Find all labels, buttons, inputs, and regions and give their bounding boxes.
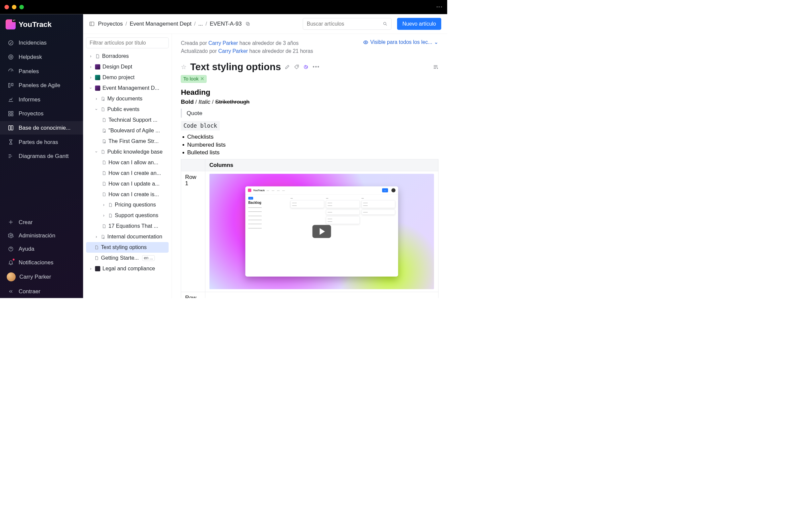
crumb-projects[interactable]: Proyectos: [98, 21, 123, 27]
nav-gantt[interactable]: Diagramas de Gantt: [0, 149, 83, 163]
nav-timesheets[interactable]: Partes de horas: [0, 135, 83, 149]
svg-rect-5: [8, 111, 10, 113]
article-tree: ›Borradores ›Design Dept ›Demo project ›…: [83, 34, 172, 298]
check-circle-icon: [7, 40, 14, 46]
play-icon[interactable]: [312, 225, 331, 238]
document-icon: [108, 213, 112, 217]
more-icon[interactable]: •••: [312, 64, 320, 70]
svg-rect-12: [247, 23, 249, 25]
tag-chip[interactable]: To look✕: [181, 75, 207, 83]
document-icon: [108, 203, 112, 207]
document-icon: [102, 182, 106, 186]
collapse-icon: [7, 288, 14, 294]
minimize-window-button[interactable]: [12, 5, 16, 9]
tree-event[interactable]: ›Event Management D...: [86, 83, 169, 93]
tree-item[interactable]: Technical Support ...: [86, 115, 169, 125]
tree-public-events[interactable]: ›Public events: [86, 104, 169, 115]
svg-point-0: [8, 41, 13, 45]
chevron-down-icon: ›: [89, 86, 93, 90]
nav-label: Contraer: [19, 288, 40, 294]
brand-name: YouTrack: [19, 20, 52, 28]
style-examples: Bold / Italic / Strikethrough: [181, 99, 438, 106]
tree-drafts[interactable]: ›Borradores: [86, 51, 169, 61]
nav-helpdesk[interactable]: Helpdesk: [0, 50, 83, 63]
nav-issues[interactable]: Incidencias: [0, 36, 83, 50]
filter-input[interactable]: [86, 38, 169, 49]
document-icon: [95, 54, 100, 59]
svg-point-15: [103, 99, 104, 100]
maximize-window-button[interactable]: [19, 5, 24, 9]
edit-icon[interactable]: [285, 64, 290, 70]
chevron-right-icon: ›: [94, 234, 98, 240]
nav-label: Partes de horas: [19, 139, 58, 145]
gauge-icon: [7, 68, 14, 75]
svg-point-14: [384, 22, 386, 25]
nav-label: Paneles de Agile: [19, 82, 60, 89]
close-icon[interactable]: ✕: [200, 76, 204, 82]
tree-item[interactable]: The First Game Str...: [86, 136, 169, 147]
nav-collapse[interactable]: Contraer: [0, 285, 83, 298]
nav-knowledge-base[interactable]: Base de conocimie...: [0, 121, 83, 134]
copy-icon[interactable]: [245, 21, 250, 26]
spiral-icon[interactable]: [303, 64, 308, 70]
nav-agile[interactable]: Paneles de Agile: [0, 78, 83, 92]
tree-item[interactable]: How can I allow an...: [86, 157, 169, 168]
lock-document-icon: [101, 234, 105, 239]
tag-icon[interactable]: [294, 64, 299, 70]
nav-projects[interactable]: Proyectos: [0, 107, 83, 120]
nav-help[interactable]: Ayuda: [0, 242, 83, 256]
document-icon: [102, 118, 106, 122]
tree-demo[interactable]: ›Demo project: [86, 72, 169, 83]
tree-item[interactable]: 17 Equations That ...: [86, 221, 169, 231]
list-item: Bulleted lists: [187, 149, 438, 156]
embed-cell: YouTrack ———— — —: [205, 171, 438, 292]
tree-internal[interactable]: ›Internal documentation: [86, 231, 169, 242]
tree-mydocs[interactable]: ›My documents: [86, 93, 169, 104]
document-icon: [94, 245, 99, 249]
tree-item[interactable]: ›Pricing questions: [86, 200, 169, 210]
crumb-ellipsis[interactable]: ...: [198, 21, 203, 27]
author-link[interactable]: Carry Parker: [208, 41, 238, 46]
crumb-dept[interactable]: Event Management Dept: [130, 21, 191, 27]
tree-item[interactable]: ›Support questions: [86, 210, 169, 221]
tree-legal[interactable]: ›Legal and compliance: [86, 263, 169, 274]
search-input[interactable]: [303, 18, 392, 30]
tree-pkb[interactable]: ›Public knowledge base: [86, 146, 169, 157]
tree-item[interactable]: How can I update a...: [86, 178, 169, 189]
new-article-button[interactable]: Nuevo artículo: [397, 18, 441, 30]
tree-item[interactable]: How can I create is...: [86, 189, 169, 200]
nav-notifications[interactable]: Notificaciones: [0, 256, 83, 269]
star-icon[interactable]: ☆: [181, 63, 187, 71]
tree-design[interactable]: ›Design Dept: [86, 61, 169, 72]
tree-text-styling[interactable]: Text styling options: [86, 242, 169, 253]
tree-getting-started[interactable]: Getting Starte...en ...: [86, 253, 169, 263]
close-window-button[interactable]: [4, 5, 8, 9]
kebab-menu-icon[interactable]: ⋮: [436, 4, 443, 10]
nav-reports[interactable]: Informes: [0, 93, 83, 106]
nav-create[interactable]: Crear: [0, 215, 83, 229]
nav-dashboards[interactable]: Paneles: [0, 64, 83, 78]
brand[interactable]: YouTrack: [0, 19, 83, 36]
nav-admin[interactable]: Administración: [0, 229, 83, 242]
article-content: Creada por Carry Parker hace alrededor d…: [172, 34, 447, 298]
nav-label: Base de conocimie...: [19, 125, 71, 131]
row-header: Row 1: [181, 171, 205, 292]
updater-link[interactable]: Carry Parker: [218, 49, 248, 54]
chevron-right-icon: ›: [102, 203, 106, 208]
help-icon: [7, 246, 14, 252]
document-icon: [102, 171, 106, 175]
quote-block: Quote: [181, 109, 438, 118]
panel-icon[interactable]: [89, 21, 95, 26]
svg-rect-3: [8, 83, 10, 88]
content-heading: Heading: [181, 88, 438, 96]
crumb-id[interactable]: EVENT-A-93: [210, 21, 242, 27]
visibility-dropdown[interactable]: Visible para todos los lec... ⌄: [363, 39, 438, 45]
tree-item[interactable]: How can I create an...: [86, 168, 169, 178]
user-menu[interactable]: Carry Parker: [0, 269, 83, 285]
tree-item[interactable]: "Boulevard of Agile ...: [86, 125, 169, 136]
col-header: Columns: [205, 159, 438, 171]
toc-icon[interactable]: [433, 64, 438, 70]
nav-label: Ayuda: [19, 246, 34, 252]
video-thumbnail[interactable]: YouTrack ———— — —: [209, 174, 434, 289]
search-field[interactable]: [307, 21, 383, 27]
